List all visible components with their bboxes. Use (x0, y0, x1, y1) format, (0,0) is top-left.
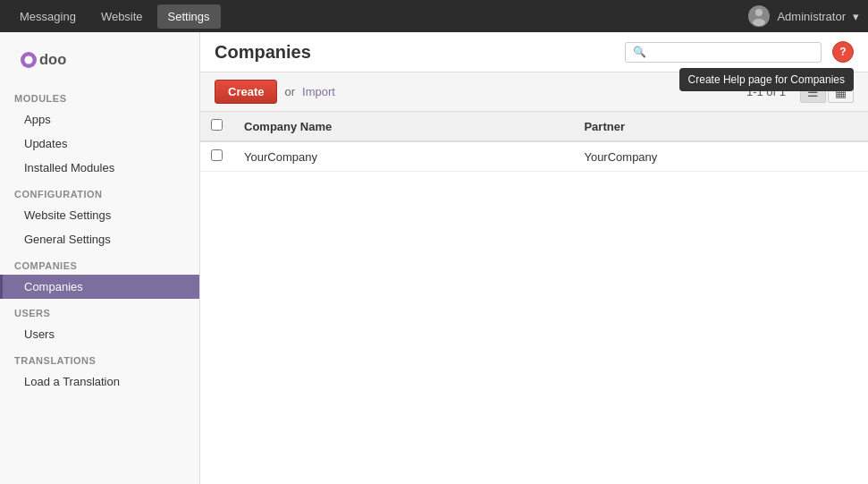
svg-point-0 (755, 9, 763, 16)
column-header-company-name: Company Name (233, 112, 573, 141)
help-container: ? Create Help page for Companies (832, 41, 854, 63)
navbar-item-messaging[interactable]: Messaging (9, 4, 87, 29)
sidebar-item-load-translation[interactable]: Load a Translation (0, 369, 199, 394)
main-content: Companies 🔍 ? Create Help page for Compa… (200, 32, 868, 484)
section-title-users: Users (0, 299, 199, 322)
navbar: Messaging Website Settings Administrator… (0, 0, 868, 32)
page-title: Companies (215, 42, 614, 63)
avatar (748, 5, 770, 27)
sidebar-item-website-settings[interactable]: Website Settings (0, 203, 199, 227)
or-text: or (284, 85, 295, 98)
section-title-modules: Modules (0, 84, 199, 107)
layout: doo Modules Apps Updates Installed Modul… (0, 32, 868, 484)
sidebar-item-companies[interactable]: Companies (0, 275, 199, 299)
table-header-row: Company Name Partner (200, 112, 868, 141)
section-title-companies: Companies (0, 251, 199, 275)
navbar-item-settings[interactable]: Settings (157, 4, 221, 29)
sidebar: doo Modules Apps Updates Installed Modul… (0, 32, 200, 484)
help-button[interactable]: ? (832, 41, 854, 63)
section-title-configuration: Configuration (0, 180, 199, 203)
table-row[interactable]: YourCompany YourCompany (200, 141, 868, 172)
column-header-partner: Partner (573, 112, 868, 141)
tooltip-popup: Create Help page for Companies (679, 68, 854, 91)
table-area: Company Name Partner YourCompany YourCom… (200, 112, 868, 484)
sidebar-item-users[interactable]: Users (0, 322, 199, 346)
select-all-header[interactable] (200, 112, 233, 141)
navbar-item-website[interactable]: Website (90, 4, 154, 29)
row-checkbox[interactable] (211, 149, 223, 161)
navbar-left: Messaging Website Settings (9, 4, 221, 29)
search-box[interactable]: 🔍 (625, 42, 822, 63)
user-name: Administrator (777, 10, 846, 23)
svg-text:doo: doo (39, 51, 66, 67)
user-dropdown-icon[interactable]: ▾ (853, 10, 859, 23)
search-input[interactable] (650, 46, 813, 59)
row-checkbox-cell[interactable] (200, 141, 233, 172)
sidebar-item-installed-modules[interactable]: Installed Modules (0, 156, 199, 180)
search-icon: 🔍 (633, 46, 646, 58)
section-title-translations: Translations (0, 346, 199, 369)
sidebar-item-updates[interactable]: Updates (0, 132, 199, 156)
cell-partner: YourCompany (573, 141, 868, 172)
odoo-logo: doo (18, 47, 98, 73)
navbar-right[interactable]: Administrator ▾ (748, 5, 859, 27)
import-link[interactable]: Import (302, 85, 335, 98)
svg-point-1 (753, 19, 765, 26)
sidebar-item-apps[interactable]: Apps (0, 107, 199, 132)
sidebar-item-general-settings[interactable]: General Settings (0, 227, 199, 251)
select-all-checkbox[interactable] (211, 119, 223, 131)
svg-point-3 (25, 56, 33, 64)
companies-table: Company Name Partner YourCompany YourCom… (200, 112, 868, 172)
create-button[interactable]: Create (215, 80, 277, 104)
logo-area: doo (0, 32, 199, 84)
main-header: Companies 🔍 ? Create Help page for Compa… (200, 32, 868, 72)
cell-company-name: YourCompany (233, 141, 573, 172)
